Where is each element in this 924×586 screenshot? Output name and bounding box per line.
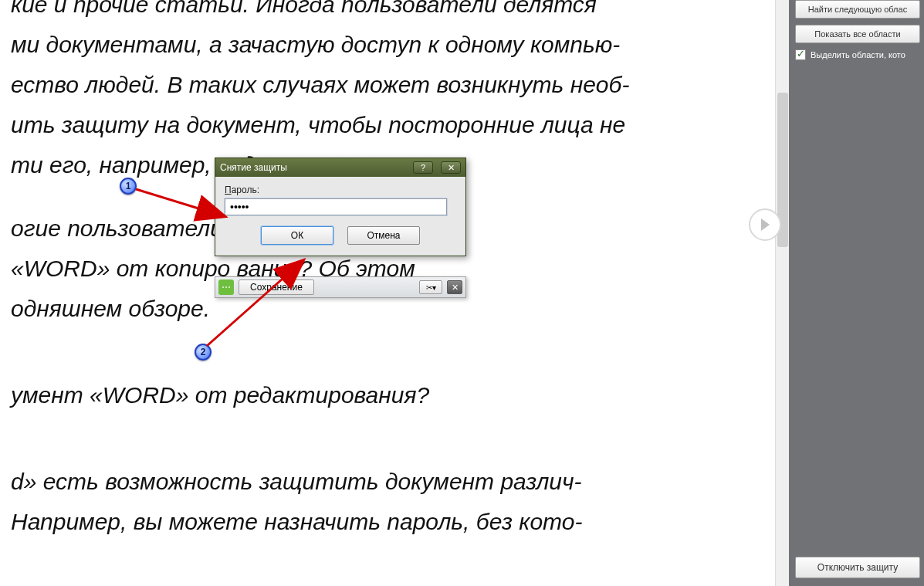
doc-line: ество людей. В таких случаях может возни… (11, 65, 710, 105)
highlight-regions-label: Выделить области, кото (811, 50, 905, 59)
help-button[interactable]: ? (413, 161, 433, 174)
doc-line: ми документами, а зачастую доступ к одно… (11, 25, 710, 65)
highlight-regions-checkbox-row[interactable]: Выделить области, кото (795, 49, 924, 60)
stop-protection-button[interactable]: Отключить защиту (795, 557, 920, 578)
annotation-marker-2: 2 (195, 344, 212, 361)
cancel-button[interactable]: Отмена (347, 226, 420, 245)
doc-line: Например, вы можете назначить пароль, бе… (11, 502, 710, 542)
dialog-titlebar[interactable]: Снятие защиты ? ✕ (215, 158, 465, 177)
doc-line: d» есть возможность защитить документ ра… (11, 462, 710, 502)
doc-line: ить защиту на документ, чтобы посторонни… (11, 105, 710, 145)
tools-dropdown[interactable]: ✂▾ (419, 280, 442, 294)
highlight-regions-checkbox[interactable] (795, 49, 806, 60)
find-next-region-button[interactable]: Найти следующую облас (795, 0, 920, 19)
next-page-button[interactable] (749, 208, 781, 241)
ok-button[interactable]: ОК (261, 226, 333, 245)
password-label-rest: ароль: (232, 185, 259, 195)
password-input[interactable] (225, 198, 447, 215)
dialog-close-button[interactable]: ✕ (441, 161, 461, 174)
document-body: кие и прочие статьи. Иногда пользователи… (0, 0, 710, 542)
save-recording-button[interactable]: Сохранение (239, 279, 314, 295)
unprotect-dialog: Снятие защиты ? ✕ Пароль: ОК Отмена (215, 158, 466, 256)
password-label-hotkey: П (225, 185, 232, 195)
recorder-icon: ⋯ (218, 279, 234, 295)
show-all-regions-button[interactable]: Показать все области (795, 25, 920, 43)
vertical-scrollbar[interactable] (775, 0, 789, 586)
dialog-title: Снятие защиты (220, 162, 405, 173)
restrict-editing-panel: Найти следующую облас Показать все облас… (789, 0, 924, 586)
recording-toolbar: ⋯ Сохранение ✂▾ ✕ (215, 276, 466, 298)
doc-line: умент «WORD» от редактирования? (11, 375, 710, 415)
chevron-right-icon (761, 218, 770, 231)
password-label: Пароль: (225, 185, 456, 195)
doc-line: кие и прочие статьи. Иногда пользователи… (11, 0, 710, 25)
annotation-marker-1: 1 (120, 178, 137, 195)
toolbar-close-button[interactable]: ✕ (447, 280, 462, 294)
